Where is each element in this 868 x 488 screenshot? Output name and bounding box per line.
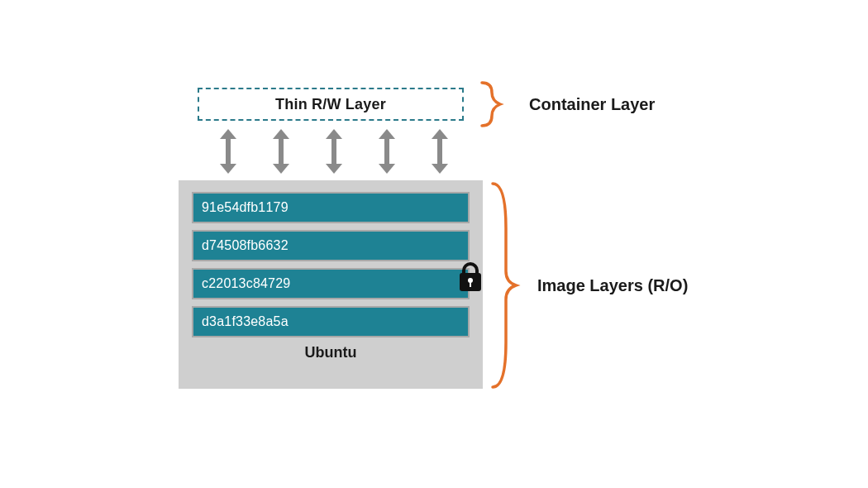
- rw-layer-box: Thin R/W Layer: [198, 88, 464, 121]
- brace-container-layer: [475, 79, 517, 129]
- image-block: 91e54dfb1179 d74508fb6632 c22013c84729 d…: [179, 180, 483, 389]
- double-arrow-icon: [377, 129, 397, 174]
- brace-image-layers: [488, 179, 529, 392]
- image-layer-bar: d3a1f33e8a5a: [192, 306, 470, 337]
- bidirectional-arrows: [218, 127, 450, 176]
- image-layer-bar: c22013c84729: [192, 268, 470, 299]
- lock-icon: [460, 262, 481, 292]
- image-caption: Ubuntu: [192, 344, 470, 361]
- image-layer-bar: 91e54dfb1179: [192, 192, 470, 223]
- layer-id: 91e54dfb1179: [202, 200, 289, 215]
- diagram-stage: Thin R/W Layer Container Layer 91e54dfb1…: [0, 0, 868, 488]
- label-container-layer: Container Layer: [529, 95, 655, 114]
- layer-id: c22013c84729: [202, 276, 290, 291]
- double-arrow-icon: [430, 129, 450, 174]
- image-layer-bar: d74508fb6632: [192, 230, 470, 261]
- double-arrow-icon: [271, 129, 291, 174]
- double-arrow-icon: [324, 129, 344, 174]
- rw-layer-label: Thin R/W Layer: [275, 96, 386, 113]
- layer-id: d74508fb6632: [202, 238, 289, 253]
- double-arrow-icon: [218, 129, 238, 174]
- layer-id: d3a1f33e8a5a: [202, 314, 289, 329]
- label-image-layers: Image Layers (R/O): [537, 276, 688, 295]
